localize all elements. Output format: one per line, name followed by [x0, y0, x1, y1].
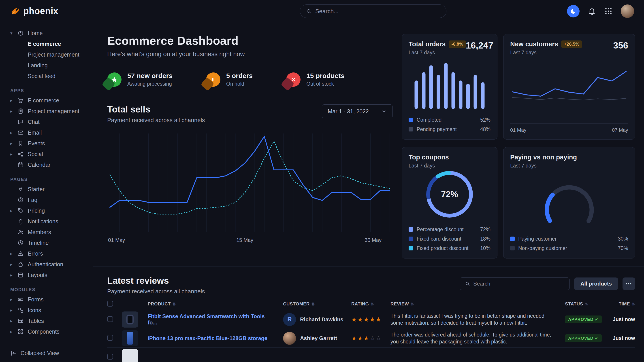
customer-cell[interactable]: RRichard Dawkins [283, 313, 351, 326]
row-checkbox-cell [107, 335, 122, 342]
column-header-customer[interactable]: CUSTOMER⇅ [283, 301, 351, 307]
legend-label: Paying customer [518, 236, 556, 242]
global-search-input[interactable] [315, 8, 440, 15]
date-range-select[interactable]: Mar 1 - 31, 2022 [322, 104, 393, 118]
sidebar-item-components[interactable]: ▸Components [0, 326, 93, 337]
global-search[interactable] [300, 4, 446, 18]
legend-swatch [510, 237, 515, 241]
new-customers-x-axis: 01 May 07 May [510, 123, 628, 133]
new-customers-card: New customers +26.5% Last 7 days 356 01 … [503, 34, 635, 139]
sidebar-item-layouts[interactable]: ▸Layouts [0, 270, 93, 280]
product-link[interactable]: iPhone 13 pro max-Pacific Blue-128GB sto… [148, 335, 283, 342]
card-period: Last 7 days [510, 50, 582, 56]
customer-name: Ashley Garrett [300, 335, 337, 342]
sidebar-item-home[interactable]: ▾Home [0, 28, 93, 38]
legend-label: Percentage discount [417, 227, 464, 233]
select-all-checkbox[interactable] [107, 301, 113, 307]
new-customers-line-chart [511, 65, 628, 114]
product-image [122, 312, 138, 328]
card-title: Paying vs non paying [510, 154, 577, 161]
sidebar-subitem-landing[interactable]: Landing [0, 60, 93, 71]
sidebar-item-e-commerce[interactable]: ▸E commerce [0, 95, 93, 106]
envelope-icon [18, 129, 28, 136]
column-header-product[interactable]: PRODUCT⇅ [148, 301, 283, 307]
sidebar-item-forms[interactable]: ▸Forms [0, 294, 93, 305]
x-tick: 01 May [510, 127, 526, 133]
sidebar-item-chat[interactable]: Chat [0, 116, 93, 127]
sidebar-item-calendar[interactable]: Calendar [0, 159, 93, 170]
sidebar-item-label: Email [28, 129, 42, 136]
customer-cell[interactable]: Ashley Garrett [283, 332, 351, 345]
user-avatar[interactable] [621, 4, 634, 18]
table-row[interactable]: iPhone 13 pro max-Pacific Blue-128GB sto… [107, 329, 635, 348]
sidebar-item-faq[interactable]: Faq [0, 195, 93, 205]
table-row[interactable]: Fitbit Sense Advanced Smartwatch with To… [107, 310, 635, 329]
top-navbar: phoenix [0, 0, 644, 22]
row-checkbox[interactable] [107, 335, 113, 341]
legend-value: 72% [480, 227, 490, 233]
more-options-button[interactable]: ⋯ [622, 278, 635, 290]
column-header-rating[interactable]: RATING⇅ [351, 301, 390, 307]
notifications-bell-icon[interactable] [588, 7, 596, 15]
chevron-right-icon: ▸ [10, 130, 18, 135]
warning-icon [18, 250, 28, 257]
rating-stars: ★★★☆☆ [351, 335, 390, 342]
review-time: Just now [609, 335, 635, 341]
rating-stars: ★★★★★ [351, 316, 390, 323]
sidebar-item-notifications[interactable]: Notifications [0, 216, 93, 227]
theme-toggle-button[interactable] [567, 5, 580, 17]
form-icon [18, 296, 28, 303]
main-content: Ecommerce Dashboard Here's what's going … [93, 22, 644, 362]
card-period: Last 7 days [510, 163, 577, 169]
sort-icon: ⇅ [411, 302, 414, 306]
cart-icon [18, 97, 28, 103]
row-checkbox[interactable] [107, 354, 113, 360]
sidebar-item-authentication[interactable]: ▸Authentication [0, 259, 93, 270]
tag-icon [18, 208, 28, 214]
dashboard-overview: Ecommerce Dashboard Here's what's going … [107, 34, 393, 259]
total-orders-value: 16,247 [466, 40, 493, 50]
table-row[interactable] [107, 348, 635, 362]
sidebar-item-social[interactable]: ▸Social [0, 149, 93, 159]
chevron-right-icon: ▸ [10, 152, 18, 157]
sidebar-subitem-social-feed[interactable]: Social feed [0, 71, 93, 81]
row-checkbox[interactable] [107, 316, 113, 322]
column-header-time[interactable]: TIME⇅ [609, 301, 635, 307]
column-header-status[interactable]: STATUS⇅ [565, 301, 609, 307]
sidebar-item-errors[interactable]: ▸Errors [0, 248, 93, 259]
customer-avatar: R [283, 313, 296, 326]
sidebar-item-project-management[interactable]: ▸Project management [0, 106, 93, 116]
sidebar-item-events[interactable]: ▸Events [0, 138, 93, 149]
x-tick: 30 May [365, 237, 382, 243]
layout-icon [18, 272, 28, 278]
reviews-search[interactable] [460, 278, 570, 290]
sidebar-item-starter[interactable]: Starter [0, 184, 93, 195]
latest-reviews-title: Latest reviews [107, 276, 205, 286]
sidebar-subitem-project-management[interactable]: Project management [0, 49, 93, 60]
sidebar-item-members[interactable]: Members [0, 227, 93, 237]
sidebar-subitem-e-commerce[interactable]: E commerce [0, 38, 93, 49]
stat-item: 5 ordersOn hold [206, 72, 253, 87]
brand-logo[interactable]: phoenix [10, 6, 58, 16]
collapsed-view-toggle[interactable]: Collapsed View [0, 344, 93, 362]
legend-item: Fixed product discount10% [408, 244, 490, 252]
sidebar-item-email[interactable]: ▸Email [0, 127, 93, 138]
column-header-review[interactable]: REVIEW⇅ [390, 301, 565, 307]
customer-avatar [283, 332, 296, 345]
sidebar-nav: ▾HomeE commerceProject managementLanding… [0, 28, 93, 337]
sidebar-item-tables[interactable]: ▸Tables [0, 316, 93, 326]
sidebar-item-label: Pricing [28, 208, 45, 214]
clock-icon [18, 240, 28, 246]
apps-grid-icon[interactable] [604, 7, 613, 15]
star-icon [107, 72, 122, 87]
users-icon [18, 229, 28, 235]
paying-legend: Paying customer30%Non-paying customer70% [510, 235, 628, 252]
review-text: This Fitbit is fantastic! I was trying t… [390, 313, 565, 327]
sidebar-item-icons[interactable]: ▸Icons [0, 305, 93, 316]
sidebar-item-pricing[interactable]: ▸Pricing [0, 205, 93, 216]
new-customers-change-badge: +26.5% [561, 40, 582, 48]
all-products-button[interactable]: All products [574, 278, 618, 290]
sidebar-item-timeline[interactable]: Timeline [0, 237, 93, 248]
product-link[interactable]: Fitbit Sense Advanced Smartwatch with To… [148, 313, 283, 326]
reviews-search-input[interactable] [473, 281, 564, 287]
